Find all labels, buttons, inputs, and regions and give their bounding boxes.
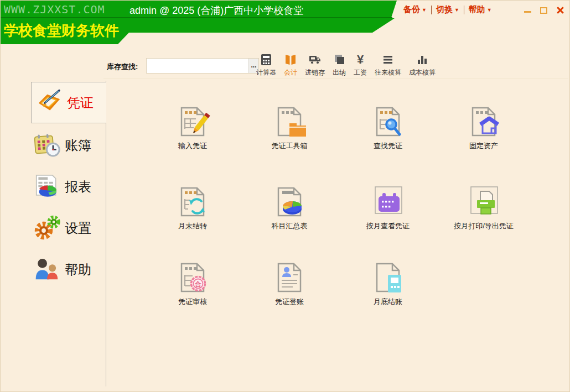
action-account-summary[interactable]: 科目汇总表	[248, 184, 331, 231]
menu-help-label: 帮助	[469, 4, 485, 15]
month-end-carryover-icon	[175, 184, 210, 219]
action-label: 按月打印/导出凭证	[454, 221, 514, 231]
sidebar-item-help[interactable]: 帮助	[34, 253, 105, 287]
action-label: 凭证工具箱	[272, 141, 308, 151]
caret-down-icon: ▼	[422, 7, 427, 13]
menu-switch[interactable]: 切换 ▼	[436, 4, 459, 15]
menu-backup[interactable]: 备份 ▼	[403, 4, 427, 15]
app-name-banner: 学校食堂财务软件	[4, 21, 119, 40]
voucher-folder-icon	[36, 88, 63, 117]
action-print-export-vouchers[interactable]: 按月打印/导出凭证	[442, 184, 525, 231]
action-fixed-assets[interactable]: 固定资产	[442, 103, 525, 151]
module-label: 成本核算	[409, 68, 436, 77]
menu-divider	[431, 6, 432, 14]
menu-divider	[464, 6, 464, 14]
current-accounts-icon	[381, 53, 395, 67]
action-find-voucher[interactable]: 查找凭证	[346, 103, 429, 151]
module-accounting[interactable]: 会计	[284, 53, 297, 77]
module-label: 进销存	[305, 68, 325, 77]
voucher-review-icon: 合	[175, 259, 210, 295]
ledger-calendar-icon	[34, 131, 60, 160]
view-vouchers-by-month-icon	[370, 184, 406, 219]
module-label: 出纳	[333, 68, 346, 77]
action-voucher-toolbox[interactable]: 凭证工具箱	[248, 103, 331, 151]
account-summary-icon	[272, 184, 307, 219]
action-label: 月末结转	[178, 221, 207, 231]
sidebar-item-settings[interactable]: 设置	[34, 211, 105, 245]
sidebar-item-label: 设置	[65, 219, 91, 237]
find-voucher-icon	[370, 103, 406, 139]
action-label: 固定资产	[469, 141, 498, 151]
accounting-book-icon	[284, 53, 297, 67]
inventory-truck-icon	[308, 53, 322, 67]
action-label: 月底结账	[374, 297, 402, 307]
action-voucher-posting[interactable]: 凭证登账	[248, 259, 331, 307]
salary-yen-icon: ¥	[357, 53, 364, 67]
menu-switch-label: 切换	[436, 4, 453, 15]
caret-down-icon: ▼	[454, 7, 459, 13]
module-inventory[interactable]: 进销存	[305, 53, 325, 77]
caret-down-icon: ▼	[487, 7, 492, 13]
toolbar-underline	[103, 79, 568, 79]
action-view-vouchers-by-month[interactable]: 按月查看凭证	[346, 184, 429, 231]
inventory-search-label: 库存查找:	[107, 62, 138, 72]
sidebar-item-reports[interactable]: 报表	[34, 170, 105, 204]
voucher-posting-icon	[272, 259, 307, 295]
site-watermark: WWW.ZJXXST.COM	[4, 3, 105, 16]
top-menu: 备份 ▼ 切换 ▼ 帮助 ▼	[403, 4, 492, 15]
module-label: 会计	[284, 68, 297, 77]
header-separator	[1, 17, 392, 18]
module-cost-accounting[interactable]: 成本核算	[409, 53, 436, 77]
calculator-icon	[260, 53, 273, 67]
module-calculator[interactable]: 计算器	[256, 53, 276, 77]
fixed-assets-icon	[466, 103, 501, 139]
action-month-end-carryover[interactable]: 月末结转	[151, 184, 234, 231]
inventory-search-box: ...	[146, 58, 259, 74]
module-salary[interactable]: ¥ 工资	[354, 53, 367, 77]
print-export-vouchers-icon	[466, 184, 501, 219]
sidebar-item-label: 账簿	[65, 137, 91, 154]
sidebar-divider	[106, 81, 106, 386]
cost-accounting-icon	[416, 53, 429, 67]
module-label: 往来核算	[375, 68, 401, 77]
voucher-toolbox-icon	[272, 103, 307, 139]
menu-help[interactable]: 帮助 ▼	[469, 4, 492, 15]
sidebar-item-label: 凭证	[67, 94, 94, 112]
module-cashier[interactable]: 出纳	[333, 53, 346, 77]
action-label: 科目汇总表	[272, 221, 308, 231]
action-label: 输入凭证	[178, 141, 207, 151]
inventory-search-input[interactable]	[147, 59, 248, 73]
input-voucher-icon	[175, 103, 210, 139]
close-button[interactable]	[556, 6, 564, 14]
sidebar-item-ledger[interactable]: 账簿	[34, 128, 105, 163]
action-voucher-review[interactable]: 合 凭证审核	[151, 259, 234, 307]
stamp-character: 合	[194, 280, 202, 288]
action-label: 按月查看凭证	[366, 221, 410, 231]
action-input-voucher[interactable]: 输入凭证	[151, 103, 234, 151]
sidebar-item-label: 报表	[65, 178, 91, 196]
window-controls	[524, 6, 564, 14]
cashier-notes-icon	[333, 53, 346, 67]
app-window: WWW.ZJXXST.COM admin @ 2025 (合浦)广西中小学校食堂…	[0, 0, 570, 392]
menu-backup-label: 备份	[403, 4, 420, 15]
report-pie-icon	[34, 173, 60, 201]
maximize-button[interactable]	[540, 7, 547, 14]
module-label: 工资	[354, 68, 367, 77]
action-label: 查找凭证	[374, 141, 402, 151]
action-label: 凭证审核	[178, 297, 207, 307]
settings-gears-icon	[34, 214, 60, 243]
month-end-closing-icon	[370, 259, 406, 295]
module-current-accounts[interactable]: 往来核算	[375, 53, 401, 77]
sidebar-item-voucher[interactable]: 凭证	[31, 82, 106, 123]
sidebar-item-label: 帮助	[65, 261, 91, 279]
module-switcher: 计算器 会计 进销存 出纳 ¥ 工资 往来核	[256, 53, 436, 77]
help-people-icon	[34, 255, 60, 284]
module-label: 计算器	[256, 68, 276, 77]
minimize-button[interactable]	[524, 7, 531, 14]
window-title: admin @ 2025 (合浦)广西中小学校食堂	[129, 4, 303, 17]
action-month-end-closing[interactable]: 月底结账	[346, 259, 429, 307]
action-label: 凭证登账	[275, 297, 304, 307]
